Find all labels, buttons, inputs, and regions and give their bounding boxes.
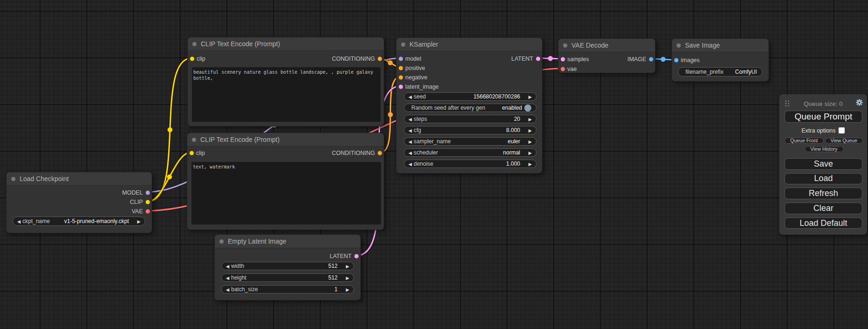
- queue-front-button[interactable]: Queue Front: [784, 138, 824, 144]
- refresh-button[interactable]: Refresh: [784, 188, 862, 199]
- node-title-bar[interactable]: CLIP Text Encode (Prompt): [187, 133, 384, 147]
- settings-gear-icon[interactable]: [856, 99, 863, 106]
- output-slot-conditioning[interactable]: CONDITIONING: [188, 55, 384, 63]
- output-slot-model[interactable]: MODEL: [7, 189, 152, 197]
- node-clip-text-encode-positive[interactable]: CLIP Text Encode (Prompt) clip CONDITION…: [187, 37, 384, 126]
- widget-filename-prefix[interactable]: filename_prefix ComfyUI: [678, 67, 762, 77]
- view-history-button[interactable]: View History: [804, 146, 844, 152]
- node-vae-decode[interactable]: VAE Decode samples vae IMAGE: [558, 38, 656, 73]
- collapse-dot[interactable]: [192, 138, 196, 142]
- output-slot-image[interactable]: IMAGE: [558, 55, 655, 63]
- toggle-dot[interactable]: [524, 105, 531, 112]
- node-title-bar[interactable]: KSampler: [396, 38, 542, 51]
- decrement-arrow-icon[interactable]: ◀: [407, 139, 414, 144]
- collapse-dot[interactable]: [401, 42, 405, 47]
- decrement-arrow-icon[interactable]: ◀: [224, 264, 231, 269]
- menu-panel: Queue size: 0 Queue Prompt Extra options…: [779, 94, 867, 235]
- output-slot-latent[interactable]: LATENT: [215, 252, 360, 260]
- output-slot-latent[interactable]: LATENT: [396, 55, 542, 63]
- node-empty-latent-image[interactable]: Empty Latent Image LATENT ◀ width 512 ▶ …: [214, 234, 361, 301]
- increment-arrow-icon[interactable]: ▶: [527, 161, 534, 167]
- load-button[interactable]: Load: [784, 173, 862, 185]
- input-slot-images[interactable]: images: [672, 56, 769, 64]
- slot-dot-conditioning[interactable]: [378, 56, 382, 61]
- widget-cfg[interactable]: ◀ cfg 8.000 ▶: [404, 126, 536, 134]
- node-title-bar[interactable]: CLIP Text Encode (Prompt): [188, 37, 384, 51]
- queue-prompt-button[interactable]: Queue Prompt: [784, 111, 862, 123]
- node-title: Empty Latent Image: [228, 238, 286, 245]
- widget-ckpt-name[interactable]: ◀ ckpt_name v1-5-pruned-emaonly.ckpt ▶: [13, 217, 145, 226]
- increment-arrow-icon[interactable]: ▶: [527, 139, 534, 144]
- widget-steps[interactable]: ◀ steps 20 ▶: [404, 115, 536, 123]
- prompt-textarea[interactable]: text, watermark: [191, 162, 381, 224]
- node-title-bar[interactable]: Load Checkpoint: [7, 172, 152, 186]
- widget-height[interactable]: ◀ height 512 ▶: [221, 273, 354, 282]
- output-slot-conditioning[interactable]: CONDITIONING: [187, 149, 384, 157]
- load-default-button[interactable]: Load Default: [784, 217, 862, 229]
- node-load-checkpoint[interactable]: Load Checkpoint MODEL CLIP VAE ◀ ckpt_na…: [6, 172, 152, 233]
- increment-arrow-icon[interactable]: ▶: [527, 150, 534, 155]
- increment-arrow-icon[interactable]: ▶: [344, 275, 351, 280]
- node-ksampler[interactable]: KSampler model positive negative latent_…: [396, 37, 543, 174]
- slot-dot-latent[interactable]: [354, 254, 359, 258]
- link-midpoint-dot-conditioning-neg: [388, 112, 393, 117]
- slot-dot-vae[interactable]: [146, 209, 150, 213]
- input-slot-latent-image[interactable]: latent_image: [396, 83, 542, 91]
- output-slot-vae[interactable]: VAE: [7, 207, 152, 216]
- comfyui-canvas[interactable]: { "app": { "name": "ComfyUI workflow gra…: [0, 0, 868, 329]
- widget-random-seed-toggle[interactable]: Random seed after every gen enabled: [404, 104, 536, 112]
- decrement-arrow-icon[interactable]: ◀: [224, 275, 231, 280]
- slot-dot-conditioning[interactable]: [399, 75, 403, 79]
- decrement-arrow-icon[interactable]: ◀: [407, 117, 414, 122]
- decrement-arrow-icon[interactable]: ◀: [407, 94, 414, 99]
- widget-width[interactable]: ◀ width 512 ▶: [221, 262, 354, 270]
- widget-denoise[interactable]: ◀ denoise 1.000 ▶: [404, 160, 536, 168]
- node-title-bar[interactable]: Empty Latent Image: [215, 235, 360, 248]
- decrement-arrow-icon[interactable]: ◀: [407, 161, 414, 167]
- input-slot-negative[interactable]: negative: [396, 73, 542, 82]
- slot-dot-conditioning[interactable]: [399, 66, 403, 70]
- collapse-dot[interactable]: [192, 42, 197, 46]
- increment-arrow-icon[interactable]: ▶: [135, 219, 142, 224]
- output-slot-clip[interactable]: CLIP: [7, 198, 152, 206]
- decrement-arrow-icon[interactable]: ◀: [407, 150, 414, 155]
- clear-button[interactable]: Clear: [784, 203, 862, 214]
- input-slot-positive[interactable]: positive: [396, 64, 542, 72]
- slot-dot-latent[interactable]: [536, 56, 540, 61]
- increment-arrow-icon[interactable]: ▶: [344, 287, 351, 292]
- slot-dot-image[interactable]: [649, 57, 653, 62]
- decrement-arrow-icon[interactable]: ◀: [15, 219, 22, 224]
- decrement-arrow-icon[interactable]: ◀: [224, 287, 231, 292]
- widget-scheduler[interactable]: ◀ scheduler normal ▶: [404, 148, 536, 157]
- increment-arrow-icon[interactable]: ▶: [527, 117, 534, 122]
- widget-seed[interactable]: ◀ seed 156680208700286 ▶: [404, 92, 536, 101]
- slot-dot-image[interactable]: [674, 58, 678, 63]
- widget-batch-size[interactable]: ◀ batch_size 1 ▶: [221, 285, 354, 294]
- slot-dot-conditioning[interactable]: [378, 151, 382, 155]
- decrement-arrow-icon[interactable]: ◀: [407, 128, 414, 133]
- increment-arrow-icon[interactable]: ▶: [344, 264, 351, 269]
- widget-sampler-name[interactable]: ◀ sampler_name euler ▶: [404, 137, 536, 146]
- node-save-image[interactable]: Save Image images filename_prefix ComfyU…: [671, 38, 769, 82]
- slot-dot-model[interactable]: [146, 190, 150, 195]
- collapse-dot[interactable]: [563, 43, 567, 48]
- node-title-bar[interactable]: VAE Decode: [558, 39, 655, 52]
- input-slot-vae[interactable]: vae: [558, 65, 655, 73]
- increment-arrow-icon[interactable]: ▶: [527, 128, 534, 133]
- node-clip-text-encode-negative[interactable]: CLIP Text Encode (Prompt) clip CONDITION…: [187, 133, 384, 230]
- prompt-textarea[interactable]: beautiful scenery nature glass bottle la…: [192, 67, 381, 122]
- collapse-dot[interactable]: [677, 43, 681, 48]
- save-button[interactable]: Save: [784, 158, 862, 170]
- collapse-dot[interactable]: [11, 177, 15, 181]
- increment-arrow-icon[interactable]: ▶: [527, 94, 534, 99]
- node-title-bar[interactable]: Save Image: [672, 39, 769, 52]
- slot-dot-latent[interactable]: [399, 84, 403, 89]
- link-wire-clip-positive: [148, 58, 192, 202]
- node-title: CLIP Text Encode (Prompt): [201, 40, 280, 48]
- queue-size-label: Queue size: 0: [779, 100, 867, 107]
- extra-options-checkbox[interactable]: [839, 127, 845, 133]
- collapse-dot[interactable]: [219, 239, 224, 244]
- slot-dot-clip[interactable]: [146, 200, 150, 204]
- slot-dot-vae[interactable]: [561, 67, 565, 71]
- view-queue-button[interactable]: View Queue: [825, 138, 863, 144]
